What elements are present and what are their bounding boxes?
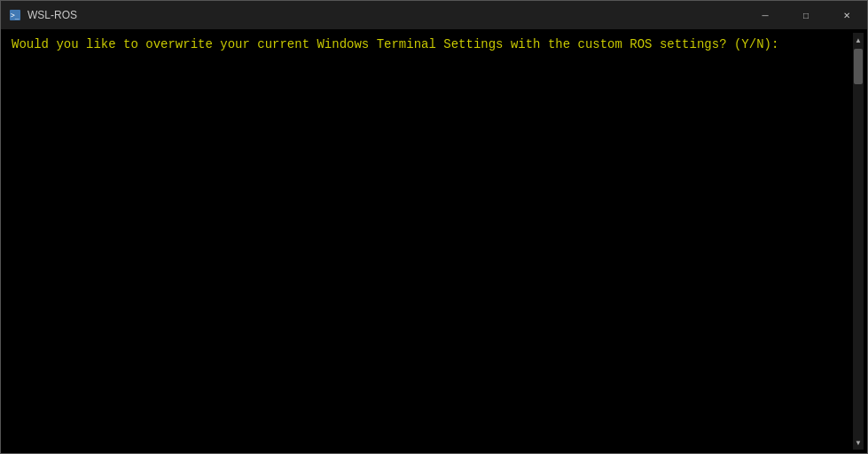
terminal-body[interactable]: Would you like to overwrite your current… xyxy=(1,29,867,453)
scrollbar[interactable]: ▲ ▼ xyxy=(853,33,864,450)
close-icon: ✕ xyxy=(843,11,850,20)
scrollbar-thumb[interactable] xyxy=(854,49,863,84)
minimize-icon: ─ xyxy=(762,11,768,20)
maximize-icon: □ xyxy=(803,11,809,20)
scrollbar-up-arrow[interactable]: ▲ xyxy=(853,33,864,47)
title-bar: >_ WSL-ROS ─ □ ✕ xyxy=(1,1,867,29)
title-bar-left: >_ WSL-ROS xyxy=(8,8,77,22)
svg-text:>_: >_ xyxy=(11,12,20,20)
maximize-button[interactable]: □ xyxy=(786,1,826,29)
scrollbar-down-arrow[interactable]: ▼ xyxy=(853,435,864,450)
terminal-prompt-line: Would you like to overwrite your current… xyxy=(12,36,846,54)
window-title: WSL-ROS xyxy=(27,9,77,21)
window-controls: ─ □ ✕ xyxy=(745,1,867,29)
terminal-content: Would you like to overwrite your current… xyxy=(4,33,853,450)
main-window: >_ WSL-ROS ─ □ ✕ Would you like to overw… xyxy=(0,0,868,454)
close-button[interactable]: ✕ xyxy=(826,1,867,29)
app-icon: >_ xyxy=(8,8,22,22)
minimize-button[interactable]: ─ xyxy=(745,1,786,29)
